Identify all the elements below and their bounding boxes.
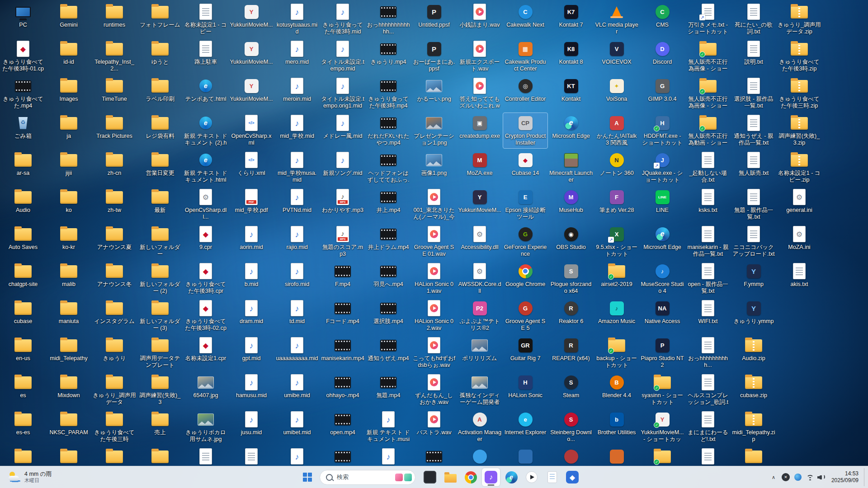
- desktop-icon[interactable]: きゅうり_調声用データ: [92, 372, 137, 408]
- desktop-icon[interactable]: zh-cn: [92, 150, 137, 185]
- desktop-icon[interactable]: 答え知っててもズルいわこれ.wav: [458, 76, 502, 111]
- desktop-icon[interactable]: ♪meroin.mid: [275, 76, 319, 111]
- desktop-icon[interactable]: </>くらり.xml: [229, 150, 274, 185]
- desktop-icon[interactable]: 孤独なインディーゲーム開発者の一生...: [458, 372, 502, 408]
- start-button[interactable]: [298, 468, 316, 486]
- desktop-icon[interactable]: 通知うぜえ - 親作品一覧.txt: [731, 113, 776, 148]
- desktop-icon[interactable]: eMicrosoft Edge: [640, 224, 684, 259]
- desktop-wallpaper[interactable]: PCGeminiruntimesフォトフレーム名称未設定1 - コピーYYukk…: [0, 0, 868, 488]
- desktop-icon[interactable]: SPlogue sforzando x64: [549, 261, 593, 296]
- desktop-icon[interactable]: es: [1, 372, 45, 408]
- desktop-icon[interactable]: きゅうり食べてた午後三時: [92, 409, 137, 445]
- desktop-icon[interactable]: ✦VoiSona: [594, 76, 639, 111]
- desktop-icon[interactable]: こってもhdずおfdsbらぉ.wav: [412, 335, 456, 371]
- desktop-icon[interactable]: Fコード.mp4: [321, 298, 365, 333]
- desktop-icon[interactable]: eテンポあて.html: [184, 76, 228, 111]
- desktop-icon[interactable]: RREAPER (x64): [549, 335, 593, 371]
- tray-app-blue-button[interactable]: [792, 468, 804, 486]
- desktop-icon[interactable]: ⚙Accessibility.dll: [458, 224, 502, 259]
- desktop-icon[interactable]: eMicrosoft Edge: [549, 113, 593, 148]
- desktop-icon[interactable]: ♪Amazon Music: [594, 298, 639, 333]
- desktop-icon[interactable]: ko-kr: [47, 224, 91, 259]
- desktop-icon[interactable]: きゅうり食べてた.mp4: [1, 76, 45, 111]
- desktop-icon[interactable]: Mixdown: [47, 372, 91, 408]
- desktop-icon[interactable]: Groove Agent SE 01.wav: [412, 224, 456, 259]
- desktop-icon[interactable]: DDiscord: [640, 39, 684, 74]
- desktop-icon[interactable]: es-es: [1, 409, 45, 445]
- desktop-icon[interactable]: CCMS: [640, 2, 684, 37]
- desktop-icon[interactable]: jijii: [47, 150, 91, 185]
- desktop-icon[interactable]: midi_Telepathy: [47, 335, 91, 371]
- desktop-icon[interactable]: きゅうり食べてた午後三時.zip: [777, 76, 821, 111]
- desktop-icon[interactable]: Nノートン 360: [594, 150, 639, 185]
- media-player-taskbar-button[interactable]: [523, 468, 541, 486]
- desktop-icon[interactable]: まにまにわーるど!.txt: [686, 409, 730, 445]
- desktop-icon[interactable]: 65407.jpg: [184, 372, 228, 408]
- desktop-icon[interactable]: _起動しない場合.txt: [686, 150, 730, 185]
- desktop-icon[interactable]: バストラ.wav: [412, 409, 456, 445]
- desktop-icon[interactable]: きゅうり食べてた午後3時.zip: [777, 39, 821, 74]
- desktop-icon[interactable]: ヘルスコンブレッション_歌詞.txt: [686, 372, 730, 408]
- desktop-icon[interactable]: きゅうり_調声用データ.zip: [777, 2, 821, 37]
- desktop-icon[interactable]: ♪タイトル未設定.tempo.orig1.mid: [321, 76, 365, 111]
- desktop-icon[interactable]: ✓airset2-2019: [594, 261, 639, 296]
- desktop-icon[interactable]: 001_東北きりたん(ノーマル)_今じゃ...: [412, 187, 456, 222]
- desktop-icon[interactable]: YYukkuriMovieM...: [229, 76, 274, 111]
- desktop-icon[interactable]: K7Kontakt 7: [549, 2, 593, 37]
- desktop-icon[interactable]: HALion Sonic 01.wav: [412, 261, 456, 296]
- dev-app-taskbar-button[interactable]: ◆: [563, 468, 581, 486]
- desktop-icon[interactable]: F.mp4: [321, 261, 365, 296]
- desktop-icon[interactable]: open.mp4: [321, 409, 365, 445]
- desktop-icon[interactable]: VLC media player: [594, 2, 639, 37]
- clock[interactable]: 14:53 2025/09/09: [827, 470, 863, 484]
- desktop-icon[interactable]: 井上ドラム.mp4: [366, 224, 410, 259]
- desktop-icon[interactable]: H✓HDDFMT.exe - ショートカット: [640, 113, 684, 148]
- file-explorer-taskbar-button[interactable]: [441, 468, 459, 486]
- desktop-icon[interactable]: </>OpenCvSharp.xml: [229, 113, 274, 148]
- desktop-icon[interactable]: VVOICEVOX: [594, 39, 639, 74]
- desktop-icon[interactable]: runtimes: [92, 2, 137, 37]
- desktop-icon[interactable]: cubase.zip: [731, 372, 776, 408]
- desktop-icon[interactable]: PPiapro Studio NT2: [640, 335, 684, 371]
- desktop-icon[interactable]: ♪umibe.mid: [275, 372, 319, 408]
- search-box[interactable]: 検索: [320, 470, 415, 485]
- desktop-icon[interactable]: ♪新規 テキスト ドキュメント.musicxml: [366, 409, 410, 445]
- desktop-icon[interactable]: ♪mero.mid: [275, 39, 319, 74]
- desktop-icon[interactable]: 営業日変更: [138, 150, 182, 185]
- desktop-icon[interactable]: GRGuitar Rig 7: [503, 335, 547, 371]
- desktop-icon[interactable]: F筆まめ Ver.28: [594, 187, 639, 222]
- desktop-icon[interactable]: manisekarin.mp4: [321, 335, 365, 371]
- desktop-icon[interactable]: WIFI.txt: [686, 298, 730, 333]
- desktop-icon[interactable]: ♪umibet.mid: [275, 409, 319, 445]
- desktop-icon[interactable]: NKSC_PARAM: [47, 409, 91, 445]
- desktop-icon[interactable]: ごみ箱: [1, 113, 45, 148]
- desktop-icon[interactable]: akis.txt: [777, 261, 821, 296]
- desktop-icon[interactable]: cubase: [1, 298, 45, 333]
- weather-widget[interactable]: 4 mm の雨 木曜日: [4, 468, 56, 486]
- desktop-icon[interactable]: ksks.txt: [686, 187, 730, 222]
- desktop-icon[interactable]: ar-sa: [1, 150, 45, 185]
- desktop-icon[interactable]: HHALion Sonic: [503, 372, 547, 408]
- desktop-icon[interactable]: 新しいフォルダー (2): [138, 261, 182, 296]
- desktop-icon[interactable]: TimeTune: [92, 76, 137, 111]
- desktop-icon[interactable]: ▣createdump.exe: [458, 113, 502, 148]
- desktop-icon[interactable]: HALion Sonic 02.wav: [412, 298, 456, 333]
- desktop-icon[interactable]: ◉OBS Studio: [549, 224, 593, 259]
- desktop-icon[interactable]: e新規 テキスト ドキュメント.html: [184, 150, 228, 185]
- microsoft-edge-taskbar-button[interactable]: [502, 468, 520, 486]
- desktop-icon[interactable]: ヘッドフォンはずしてておふっ.mp4: [366, 150, 410, 185]
- desktop-icon[interactable]: P2ぷよぷよ™テトリス®2: [458, 298, 502, 333]
- google-chrome-taskbar-button[interactable]: [462, 468, 480, 486]
- desktop-icon[interactable]: ♪td.mid: [275, 298, 319, 333]
- desktop-icon[interactable]: ゆうと: [138, 39, 182, 74]
- music-app-taskbar-button[interactable]: ♪: [482, 468, 500, 486]
- desktop-icon[interactable]: CCakewalk Next: [503, 2, 547, 37]
- desktop-icon[interactable]: ◆きゅうり食べてた午後3時-02.cpr: [184, 298, 228, 333]
- hidden-icons-button[interactable]: ∧: [768, 468, 779, 486]
- desktop-icon[interactable]: e新規 テキスト ドキュメント (2).html: [184, 113, 228, 148]
- desktop-icon[interactable]: YYukkuriMovieM...: [229, 2, 274, 37]
- desktop-icon[interactable]: 井上.mp4: [366, 187, 410, 222]
- desktop-icon[interactable]: きゅうり: [92, 335, 137, 371]
- desktop-icon[interactable]: レジ袋有料: [138, 113, 182, 148]
- desktop-icon[interactable]: YYukkuriMovieM...: [229, 39, 274, 74]
